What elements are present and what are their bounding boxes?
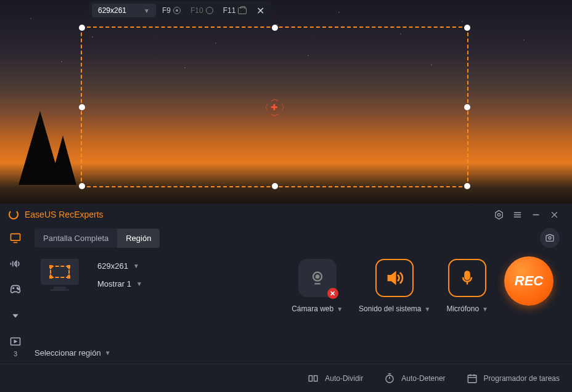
resize-handle-w[interactable] bbox=[79, 104, 85, 110]
dimensions-value: 629x261 bbox=[98, 6, 126, 15]
sidebar-audio-record[interactable] bbox=[8, 256, 23, 271]
resize-handle-n[interactable] bbox=[272, 25, 278, 31]
microphone-toggle[interactable] bbox=[448, 259, 486, 297]
resize-handle-s[interactable] bbox=[272, 183, 278, 189]
record-button[interactable]: REC bbox=[504, 256, 554, 306]
chevron-down-icon: ▼ bbox=[105, 349, 111, 356]
svg-rect-20 bbox=[309, 375, 312, 381]
desktop-background: ︿〈 ✚ 〉﹀ 629x261 ▼ F9 F10 F11 ✕ bbox=[0, 0, 572, 203]
recordings-count: 3 bbox=[8, 350, 23, 357]
resize-handle-sw[interactable] bbox=[79, 183, 85, 189]
close-toolbar-button[interactable]: ✕ bbox=[253, 5, 268, 17]
titlebar: EaseUS RecExperts bbox=[0, 203, 572, 226]
capture-region[interactable]: ︿〈 ✚ 〉﹀ bbox=[81, 27, 468, 187]
svg-point-15 bbox=[549, 237, 551, 239]
app-title: EaseUS RecExperts bbox=[25, 210, 104, 219]
close-button[interactable] bbox=[545, 205, 563, 224]
resize-handle-nw[interactable] bbox=[79, 25, 85, 31]
auto-stop-button[interactable]: Auto-Detener bbox=[384, 373, 445, 384]
region-preview bbox=[35, 259, 85, 285]
microphone-dropdown[interactable]: Micrófono ▼ bbox=[446, 304, 488, 313]
camera-icon bbox=[238, 7, 247, 14]
resize-handle-se[interactable] bbox=[464, 183, 470, 189]
chevron-down-icon: ▼ bbox=[133, 263, 139, 269]
system-sound-toggle[interactable] bbox=[375, 259, 414, 297]
footer: Auto-Dividir Auto-Detener Programador de… bbox=[0, 364, 572, 392]
sidebar-recordings[interactable] bbox=[8, 334, 23, 349]
system-sound-dropdown[interactable]: Sonido del sistema ▼ bbox=[359, 304, 430, 313]
svg-point-1 bbox=[497, 213, 500, 216]
webcam-toggle[interactable]: ✕ bbox=[298, 259, 337, 297]
sidebar: 3 bbox=[0, 226, 31, 364]
monitor-icon bbox=[41, 259, 79, 285]
svg-point-11 bbox=[18, 289, 19, 290]
select-region-dropdown[interactable]: Seleccionar región ▼ bbox=[35, 348, 560, 357]
svg-rect-8 bbox=[11, 234, 20, 241]
svg-marker-14 bbox=[14, 341, 16, 343]
wallpaper-tree bbox=[49, 136, 76, 185]
chevron-down-icon: ▼ bbox=[136, 280, 142, 287]
chevron-down-icon: ▼ bbox=[425, 306, 431, 312]
minimize-button[interactable] bbox=[526, 205, 545, 224]
chevron-down-icon: ▼ bbox=[144, 7, 150, 14]
chevron-down-icon: ▼ bbox=[482, 306, 488, 312]
sidebar-more[interactable] bbox=[8, 308, 23, 323]
split-icon bbox=[308, 373, 319, 384]
svg-rect-25 bbox=[468, 375, 476, 382]
display-selector[interactable]: Mostrar 1 ▼ bbox=[97, 279, 142, 288]
hotkey-record[interactable]: F9 bbox=[158, 6, 184, 15]
svg-rect-18 bbox=[465, 272, 470, 280]
task-scheduler-button[interactable]: Programador de tareas bbox=[467, 373, 560, 384]
main-panel: Pantalla Completa Región 629x261 ▼ bbox=[31, 226, 572, 364]
svg-marker-12 bbox=[12, 314, 18, 318]
tab-full-screen[interactable]: Pantalla Completa bbox=[35, 229, 117, 248]
sidebar-screen-record[interactable] bbox=[8, 231, 23, 245]
auto-split-button[interactable]: Auto-Dividir bbox=[308, 373, 363, 384]
sidebar-game-record[interactable] bbox=[8, 282, 23, 297]
settings-button[interactable] bbox=[489, 205, 508, 224]
timer-icon bbox=[384, 373, 395, 384]
chevron-down-icon: ▼ bbox=[337, 306, 343, 312]
svg-marker-0 bbox=[495, 210, 502, 219]
region-toolbar: 629x261 ▼ F9 F10 F11 ✕ bbox=[88, 1, 272, 20]
hotkey-screenshot[interactable]: F11 bbox=[219, 6, 251, 15]
dimensions-selector[interactable]: 629x261 ▼ bbox=[97, 261, 142, 271]
svg-rect-21 bbox=[314, 375, 317, 381]
calendar-icon bbox=[467, 373, 478, 384]
move-cursor-icon[interactable]: ︿〈 ✚ 〉﹀ bbox=[260, 94, 290, 120]
resize-handle-ne[interactable] bbox=[464, 25, 470, 31]
record-dot-icon bbox=[173, 7, 181, 14]
webcam-dropdown[interactable]: Cámara web ▼ bbox=[292, 304, 343, 313]
tab-region[interactable]: Región bbox=[117, 229, 160, 248]
pause-circle-icon bbox=[206, 7, 213, 14]
app-window: EaseUS RecExperts bbox=[0, 203, 572, 392]
screenshot-button[interactable] bbox=[540, 228, 560, 248]
app-logo-icon bbox=[9, 210, 18, 219]
disabled-badge-icon: ✕ bbox=[327, 288, 338, 299]
dimensions-dropdown[interactable]: 629x261 ▼ bbox=[92, 4, 156, 17]
hotkey-pause[interactable]: F10 bbox=[187, 6, 217, 15]
menu-button[interactable] bbox=[508, 205, 526, 224]
resize-handle-e[interactable] bbox=[464, 104, 470, 110]
svg-point-17 bbox=[316, 276, 319, 279]
